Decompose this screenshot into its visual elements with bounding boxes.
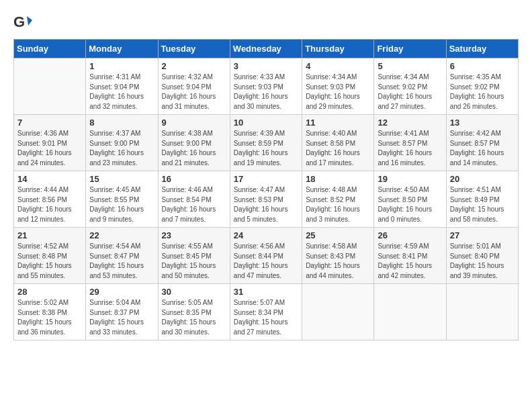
day-detail: Sunrise: 5:01 AM Sunset: 8:40 PM Dayligh… — [450, 242, 515, 281]
day-detail: Sunrise: 4:58 AM Sunset: 8:43 PM Dayligh… — [306, 242, 370, 281]
weekday-header: Friday — [374, 40, 446, 58]
day-detail: Sunrise: 5:07 AM Sunset: 8:34 PM Dayligh… — [234, 298, 298, 337]
calendar-cell: 4Sunrise: 4:34 AM Sunset: 9:03 PM Daylig… — [302, 58, 374, 115]
day-detail: Sunrise: 4:40 AM Sunset: 8:58 PM Dayligh… — [306, 129, 370, 168]
day-detail: Sunrise: 4:37 AM Sunset: 9:00 PM Dayligh… — [89, 129, 154, 168]
calendar-cell: 26Sunrise: 4:59 AM Sunset: 8:41 PM Dayli… — [374, 228, 446, 284]
day-detail: Sunrise: 4:54 AM Sunset: 8:47 PM Dayligh… — [89, 242, 154, 281]
day-number: 11 — [306, 118, 370, 128]
weekday-header: Saturday — [446, 40, 518, 58]
calendar-cell: 24Sunrise: 4:56 AM Sunset: 8:44 PM Dayli… — [230, 228, 302, 284]
calendar-cell — [446, 284, 518, 340]
day-number: 29 — [89, 287, 154, 297]
day-number: 5 — [378, 61, 442, 71]
day-number: 12 — [378, 118, 442, 128]
calendar-cell: 29Sunrise: 5:04 AM Sunset: 8:37 PM Dayli… — [86, 284, 158, 340]
calendar-cell: 10Sunrise: 4:39 AM Sunset: 8:59 PM Dayli… — [230, 115, 302, 171]
calendar-cell: 12Sunrise: 4:41 AM Sunset: 8:57 PM Dayli… — [374, 115, 446, 171]
day-detail: Sunrise: 4:35 AM Sunset: 9:02 PM Dayligh… — [450, 73, 515, 111]
day-number: 7 — [17, 118, 82, 128]
weekday-header: Wednesday — [230, 40, 302, 58]
calendar-cell: 25Sunrise: 4:58 AM Sunset: 8:43 PM Dayli… — [302, 228, 374, 284]
day-number: 14 — [17, 174, 82, 184]
calendar-cell: 9Sunrise: 4:38 AM Sunset: 9:00 PM Daylig… — [158, 115, 230, 171]
day-detail: Sunrise: 4:45 AM Sunset: 8:55 PM Dayligh… — [89, 185, 154, 224]
day-detail: Sunrise: 4:42 AM Sunset: 8:57 PM Dayligh… — [450, 129, 515, 168]
day-number: 15 — [89, 174, 154, 184]
day-number: 16 — [162, 174, 226, 184]
calendar-cell: 30Sunrise: 5:05 AM Sunset: 8:35 PM Dayli… — [158, 284, 230, 340]
calendar-cell: 7Sunrise: 4:36 AM Sunset: 9:01 PM Daylig… — [14, 115, 86, 171]
day-detail: Sunrise: 4:39 AM Sunset: 8:59 PM Dayligh… — [234, 129, 298, 168]
svg-text:G: G — [13, 13, 25, 30]
day-detail: Sunrise: 5:04 AM Sunset: 8:37 PM Dayligh… — [89, 298, 154, 337]
calendar-cell: 16Sunrise: 4:46 AM Sunset: 8:54 PM Dayli… — [158, 171, 230, 228]
calendar-cell: 6Sunrise: 4:35 AM Sunset: 9:02 PM Daylig… — [446, 58, 518, 115]
day-number: 31 — [234, 287, 298, 297]
day-detail: Sunrise: 4:59 AM Sunset: 8:41 PM Dayligh… — [378, 242, 442, 281]
svg-marker-1 — [27, 16, 32, 26]
day-detail: Sunrise: 4:46 AM Sunset: 8:54 PM Dayligh… — [162, 185, 226, 224]
day-number: 19 — [378, 174, 442, 184]
day-number: 23 — [162, 230, 226, 240]
day-number: 26 — [378, 230, 442, 240]
day-number: 25 — [306, 230, 370, 240]
calendar-cell: 13Sunrise: 4:42 AM Sunset: 8:57 PM Dayli… — [446, 115, 518, 171]
calendar-cell: 28Sunrise: 5:02 AM Sunset: 8:38 PM Dayli… — [14, 284, 86, 340]
calendar-cell: 2Sunrise: 4:32 AM Sunset: 9:04 PM Daylig… — [158, 58, 230, 115]
weekday-header: Tuesday — [158, 40, 230, 58]
calendar-week: 21Sunrise: 4:52 AM Sunset: 8:48 PM Dayli… — [14, 228, 519, 284]
day-number: 9 — [162, 118, 226, 128]
calendar-cell: 8Sunrise: 4:37 AM Sunset: 9:00 PM Daylig… — [86, 115, 158, 171]
day-detail: Sunrise: 4:47 AM Sunset: 8:53 PM Dayligh… — [234, 185, 298, 224]
day-number: 13 — [450, 118, 515, 128]
day-number: 24 — [234, 230, 298, 240]
calendar-cell: 5Sunrise: 4:34 AM Sunset: 9:02 PM Daylig… — [374, 58, 446, 115]
calendar-week: 7Sunrise: 4:36 AM Sunset: 9:01 PM Daylig… — [14, 115, 519, 171]
day-detail: Sunrise: 4:38 AM Sunset: 9:00 PM Dayligh… — [162, 129, 226, 168]
header-row: SundayMondayTuesdayWednesdayThursdayFrid… — [14, 40, 519, 58]
day-detail: Sunrise: 5:02 AM Sunset: 8:38 PM Dayligh… — [17, 298, 82, 337]
day-number: 2 — [162, 61, 226, 71]
calendar-cell: 14Sunrise: 4:44 AM Sunset: 8:56 PM Dayli… — [14, 171, 86, 228]
calendar-table: SundayMondayTuesdayWednesdayThursdayFrid… — [13, 39, 519, 340]
day-number: 21 — [17, 230, 82, 240]
calendar-cell — [374, 284, 446, 340]
day-number: 6 — [450, 61, 515, 71]
day-number: 30 — [162, 287, 226, 297]
calendar-header: SundayMondayTuesdayWednesdayThursdayFrid… — [14, 40, 519, 58]
calendar-cell: 17Sunrise: 4:47 AM Sunset: 8:53 PM Dayli… — [230, 171, 302, 228]
day-number: 8 — [89, 118, 154, 128]
calendar-cell: 31Sunrise: 5:07 AM Sunset: 8:34 PM Dayli… — [230, 284, 302, 340]
day-detail: Sunrise: 4:32 AM Sunset: 9:04 PM Dayligh… — [162, 73, 226, 111]
weekday-header: Thursday — [302, 40, 374, 58]
calendar-week: 28Sunrise: 5:02 AM Sunset: 8:38 PM Dayli… — [14, 284, 519, 340]
calendar-cell: 21Sunrise: 4:52 AM Sunset: 8:48 PM Dayli… — [14, 228, 86, 284]
day-number: 4 — [306, 61, 370, 71]
calendar-cell: 3Sunrise: 4:33 AM Sunset: 9:03 PM Daylig… — [230, 58, 302, 115]
calendar-cell — [302, 284, 374, 340]
logo-icon: G — [13, 13, 32, 32]
day-detail: Sunrise: 4:31 AM Sunset: 9:04 PM Dayligh… — [89, 73, 154, 111]
calendar-cell: 20Sunrise: 4:51 AM Sunset: 8:49 PM Dayli… — [446, 171, 518, 228]
day-detail: Sunrise: 4:34 AM Sunset: 9:02 PM Dayligh… — [378, 73, 442, 111]
day-number: 10 — [234, 118, 298, 128]
day-number: 28 — [17, 287, 82, 297]
day-detail: Sunrise: 4:48 AM Sunset: 8:52 PM Dayligh… — [306, 185, 370, 224]
weekday-header: Monday — [86, 40, 158, 58]
logo: G — [13, 13, 35, 32]
day-number: 22 — [89, 230, 154, 240]
calendar-cell: 1Sunrise: 4:31 AM Sunset: 9:04 PM Daylig… — [86, 58, 158, 115]
calendar-cell: 18Sunrise: 4:48 AM Sunset: 8:52 PM Dayli… — [302, 171, 374, 228]
day-detail: Sunrise: 4:55 AM Sunset: 8:45 PM Dayligh… — [162, 242, 226, 281]
day-detail: Sunrise: 4:33 AM Sunset: 9:03 PM Dayligh… — [234, 73, 298, 111]
day-number: 18 — [306, 174, 370, 184]
day-detail: Sunrise: 4:51 AM Sunset: 8:49 PM Dayligh… — [450, 185, 515, 224]
calendar-cell: 19Sunrise: 4:50 AM Sunset: 8:50 PM Dayli… — [374, 171, 446, 228]
calendar-body: 1Sunrise: 4:31 AM Sunset: 9:04 PM Daylig… — [14, 58, 519, 340]
calendar-cell — [14, 58, 86, 115]
calendar-cell: 22Sunrise: 4:54 AM Sunset: 8:47 PM Dayli… — [86, 228, 158, 284]
day-number: 3 — [234, 61, 298, 71]
day-detail: Sunrise: 5:05 AM Sunset: 8:35 PM Dayligh… — [162, 298, 226, 337]
calendar-cell: 23Sunrise: 4:55 AM Sunset: 8:45 PM Dayli… — [158, 228, 230, 284]
